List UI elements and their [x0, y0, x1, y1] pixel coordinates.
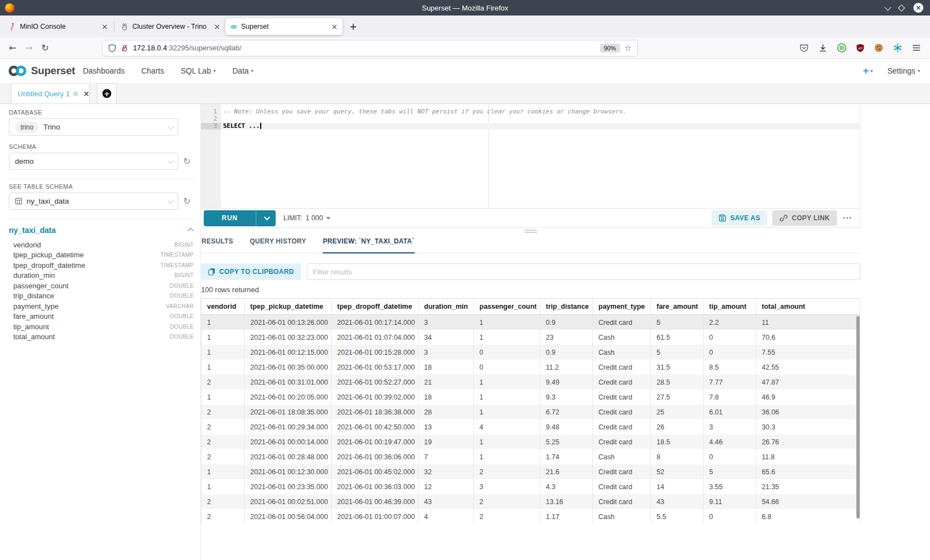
browser-tab-trino[interactable]: Cluster Overview - Trino ×: [116, 18, 225, 35]
cookie-icon[interactable]: [874, 43, 884, 53]
table-cell: 0.9: [540, 315, 593, 330]
shield-icon[interactable]: [108, 44, 116, 53]
superset-brand[interactable]: Superset: [7, 64, 75, 78]
browser-tabstrip: MinIO Console × Cluster Overview - Trino…: [0, 15, 930, 38]
schema-column-row: vendoridBIGINT: [13, 240, 194, 250]
column-header[interactable]: payment_type: [593, 299, 651, 314]
settings-menu[interactable]: Settings▾: [887, 66, 920, 75]
table-cell: 1: [474, 434, 540, 449]
table-cell: 21.6: [540, 464, 593, 479]
column-header[interactable]: tpep_pickup_datetime: [245, 299, 332, 314]
tab-close-icon[interactable]: ×: [331, 23, 338, 30]
results-table-header: vendoridtpep_pickup_datetimetpep_dropoff…: [202, 298, 860, 315]
table-cell: 18: [418, 390, 474, 405]
table-cell: Cash: [593, 330, 651, 345]
table-cell: 7.77: [704, 375, 756, 390]
reload-button[interactable]: ↻: [42, 43, 49, 53]
nav-item-data[interactable]: Data▾: [232, 66, 254, 75]
column-type: VARCHAR: [166, 303, 194, 309]
table-cell: 2021-06-01 00:31:01.000: [245, 375, 332, 390]
column-type: BIGINT: [174, 242, 194, 248]
column-header[interactable]: vendorid: [202, 299, 245, 314]
url-bar[interactable]: 172.18.0.4:32295/superset/sqllab/ 90% ☆: [102, 40, 638, 56]
refresh-schema-icon[interactable]: ↻: [183, 157, 190, 166]
schema-select[interactable]: demo: [9, 153, 178, 170]
save-as-button[interactable]: SAVE AS: [711, 210, 767, 226]
tab-query-history[interactable]: QUERY HISTORY: [250, 237, 306, 253]
table-cell: 0.9: [540, 345, 593, 360]
zoom-level-badge[interactable]: 90%: [600, 44, 620, 53]
table-cell: 14: [651, 479, 704, 494]
new-tab-button[interactable]: +: [346, 19, 360, 34]
extension-green-icon[interactable]: [837, 43, 846, 53]
new-item-button[interactable]: +▾: [863, 65, 873, 77]
insecure-lock-icon[interactable]: [121, 44, 128, 53]
table-cell: 11: [756, 315, 860, 330]
column-name: duration_min: [13, 271, 55, 279]
column-header[interactable]: duration_min: [418, 299, 474, 314]
column-name: passenger_count: [13, 282, 69, 290]
more-options-button[interactable]: •••: [842, 215, 855, 221]
database-value: Trino: [43, 123, 60, 131]
column-name: tpep_dropoff_datetime: [13, 261, 85, 269]
tab-preview[interactable]: PREVIEW: `NY_TAXI_DATA`: [323, 237, 414, 253]
database-select[interactable]: trino Trino: [9, 118, 178, 136]
window-minimize-icon[interactable]: [885, 3, 892, 11]
table-cell: 2: [474, 509, 540, 524]
filter-results-input[interactable]: [307, 263, 860, 280]
copy-link-button[interactable]: COPY LINK: [772, 210, 837, 226]
table-cell: 52: [651, 464, 704, 479]
colorful-asterisk-icon[interactable]: [893, 43, 902, 53]
refresh-table-icon[interactable]: ↻: [183, 197, 190, 206]
results-table: vendoridtpep_pickup_datetimetpep_dropoff…: [201, 298, 860, 524]
window-close-icon[interactable]: ×: [913, 3, 923, 13]
add-query-tab[interactable]: +: [97, 83, 117, 103]
forward-button[interactable]: →: [25, 43, 32, 53]
ublock-icon[interactable]: uO: [856, 43, 865, 53]
limit-dropdown[interactable]: LIMIT: 1 000: [283, 214, 330, 222]
collapse-chevron-up-icon[interactable]: [188, 228, 194, 234]
column-header[interactable]: fare_amount: [651, 299, 704, 314]
schema-label: SCHEMA: [9, 143, 200, 150]
copy-to-clipboard-button[interactable]: COPY TO CLIPBOARD: [201, 263, 301, 280]
limit-label: LIMIT:: [283, 214, 302, 222]
table-scrollbar-thumb[interactable]: [856, 316, 860, 518]
table-cell: 1: [202, 360, 245, 375]
column-header[interactable]: total_amount: [756, 299, 860, 314]
query-tab-active[interactable]: Untitled Query 1 ×: [11, 83, 90, 103]
browser-window: Superset — Mozilla Firefox × MinIO Conso…: [0, 0, 930, 560]
downloads-icon[interactable]: [818, 43, 828, 53]
column-header[interactable]: tip_amount: [704, 299, 756, 314]
copy-icon: [208, 268, 215, 276]
browser-tab-superset[interactable]: ∞ Superset ×: [225, 18, 343, 35]
table-cell: 2021-06-01 00:12:30.000: [245, 464, 332, 479]
column-header[interactable]: tpep_dropoff_datetime: [332, 299, 418, 314]
sql-editor[interactable]: 1 2 3 -- Note: Unless you save your quer…: [201, 104, 860, 208]
bookmark-star-icon[interactable]: ☆: [624, 43, 632, 53]
pocket-icon[interactable]: [799, 43, 809, 53]
column-header[interactable]: passenger_count: [474, 299, 540, 314]
text-cursor: [260, 123, 261, 129]
nav-item-dashboards[interactable]: Dashboards: [83, 66, 125, 75]
run-dropdown-button[interactable]: [256, 210, 276, 226]
table-schema-heading[interactable]: ny_taxi_data: [9, 226, 56, 235]
table-row: 12021-06-01 00:32:23.0002021-06-01 01:07…: [202, 330, 860, 345]
nav-item-charts[interactable]: Charts: [141, 66, 164, 75]
browser-tab-minio[interactable]: MinIO Console ×: [3, 18, 113, 35]
tab-close-icon[interactable]: ×: [101, 23, 108, 30]
table-cell: 21.35: [756, 479, 860, 494]
nav-item-sql-lab[interactable]: SQL Lab▾: [180, 66, 215, 75]
table-cell: 5: [651, 345, 704, 360]
query-tab-close-icon[interactable]: ×: [83, 89, 90, 98]
back-button[interactable]: ←: [9, 43, 16, 53]
run-button[interactable]: RUN: [204, 210, 256, 226]
table-cell: 4: [474, 419, 540, 434]
menu-hamburger-icon[interactable]: [912, 43, 921, 53]
panel-drag-handle[interactable]: [525, 230, 537, 234]
table-select[interactable]: ny_taxi_data: [9, 193, 178, 210]
column-header[interactable]: trip_distance: [540, 299, 593, 314]
tab-results[interactable]: RESULTS: [202, 237, 233, 253]
table-cell: 27.5: [651, 390, 704, 405]
tab-close-icon[interactable]: ×: [214, 23, 220, 30]
window-restore-icon[interactable]: [898, 4, 905, 12]
